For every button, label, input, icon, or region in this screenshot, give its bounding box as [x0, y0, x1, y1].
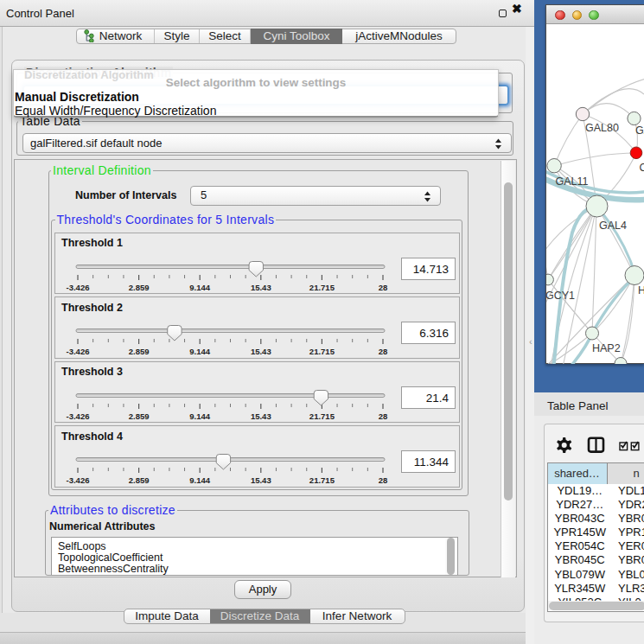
svg-text:H: H	[638, 284, 644, 296]
svg-text:HAP2: HAP2	[592, 342, 621, 354]
svg-text:GAL4: GAL4	[599, 220, 627, 232]
svg-text:C: C	[640, 162, 644, 174]
svg-text:GA: GA	[635, 124, 644, 137]
svg-text:GCY1: GCY1	[546, 290, 575, 302]
svg-text:GAL11: GAL11	[556, 175, 589, 188]
svg-text:GAL80: GAL80	[585, 122, 619, 134]
